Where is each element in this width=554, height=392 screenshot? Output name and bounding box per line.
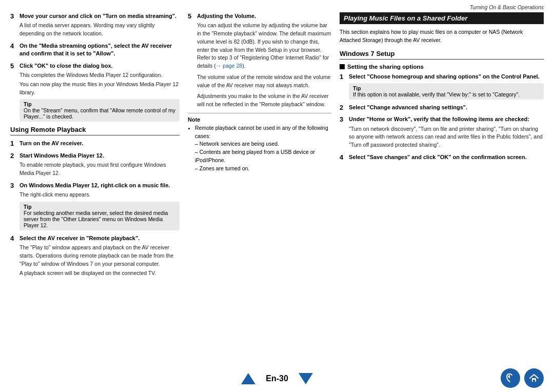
step-4-block: 4 On the "Media streaming options", sele… [10, 42, 180, 58]
page-link: → page 28 [216, 63, 242, 69]
svg-rect-2 [533, 380, 535, 382]
step-3-number: 3 [10, 12, 16, 20]
remote-step-3-body: The right-click menu appears. [10, 191, 180, 199]
tip-2-box: Tip For selecting another media server, … [19, 202, 180, 230]
mid-step-5-body1: You can adjust the volume by adjusting t… [197, 22, 331, 69]
left-column: 3 Move your cursor and click on "Turn on… [10, 12, 180, 363]
note-item-0: Remote playback cannot be used in any of… [195, 124, 331, 141]
note-item-3: – Zones are turned on. [195, 165, 331, 173]
remote-step-4-body1: The "Play to" window appears and playbac… [19, 244, 180, 268]
middle-column: 5 Adjusting the Volume. You can adjust t… [188, 12, 331, 363]
right-step-1-title: Select "Choose homegroup and sharing opt… [349, 73, 540, 81]
step-4-number: 4 [10, 42, 16, 58]
next-page-button[interactable] [299, 373, 313, 384]
using-remote-section-title: Using Remote Playback [10, 126, 180, 135]
mid-step-5-block: 5 Adjusting the Volume. You can adjust t… [188, 12, 331, 109]
right-step-2-title: Select "Change advanced sharing settings… [349, 104, 467, 111]
note-item-1: – Network services are being used. [195, 140, 331, 148]
right-step-3-number: 3 [340, 115, 346, 123]
right-step-2-block: 2 Select "Change advanced sharing settin… [340, 104, 544, 111]
tip-1-box: Tip On the "Stream" menu, confirm that "… [19, 99, 180, 122]
note-items: Remote playback cannot be used in any of… [188, 124, 331, 173]
mid-step-5-body2: ). [242, 63, 245, 69]
back-button[interactable] [501, 368, 520, 388]
remote-step-2-block: 2 Start Windows Media Player 12. To enab… [10, 152, 180, 178]
prev-page-button[interactable] [241, 373, 255, 384]
step-4-title: On the "Media streaming options", select… [19, 42, 180, 58]
remote-step-1-number: 1 [10, 140, 16, 147]
right-step-1-block: 1 Select "Choose homegroup and sharing o… [340, 73, 544, 100]
right-step-1-number: 1 [340, 73, 346, 81]
right-step-4-title: Select "Save changes" and click "OK" on … [349, 153, 527, 161]
remote-step-2-title: Start Windows Media Player 12. [19, 152, 104, 160]
page-footer: En-30 [0, 365, 554, 392]
remote-step-1-block: 1 Turn on the AV receiver. [10, 140, 180, 147]
right-step-2-number: 2 [340, 104, 346, 111]
remote-step-1-title: Turn on the AV receiver. [19, 140, 84, 147]
remote-step-3-title: On Windows Media Player 12, right-click … [19, 182, 170, 189]
tip-1-label: Tip [24, 101, 32, 107]
mid-step-5-number: 5 [188, 12, 194, 20]
tip-1-body: On the "Stream" menu, confirm that "Allo… [24, 107, 175, 120]
step-5-number: 5 [10, 62, 16, 70]
right-tip-1-box: Tip If this option is not available, ver… [349, 83, 544, 100]
sharing-options-subsection: Setting the sharing options [340, 64, 544, 70]
step-3-title: Move your cursor and click on "Turn on m… [19, 12, 176, 20]
step-3-body: A list of media server appears. Wording … [10, 22, 180, 38]
sharing-options-label: Setting the sharing options [347, 64, 424, 70]
step-5-body2: You can now play the music files in your… [19, 81, 180, 97]
right-tip-1-body: If this option is not available, verify … [353, 91, 540, 97]
footer-right-icons [501, 368, 544, 388]
right-column: Playing Music Files on a Shared Folder T… [340, 12, 544, 363]
svg-marker-0 [508, 375, 510, 379]
page-header: Turning On & Basic Operations [0, 0, 554, 12]
right-tip-1-label: Tip [353, 85, 361, 91]
mid-step-5-body3: The volume value of the remote window an… [197, 73, 331, 90]
remote-step-4-title: Select the AV receiver in "Remote playba… [19, 234, 140, 242]
remote-step-2-body: To enable remote playback, you must firs… [10, 161, 180, 178]
step-3-block: 3 Move your cursor and click on "Turn on… [10, 12, 180, 38]
remote-step-2-number: 2 [10, 152, 16, 160]
right-step-4-block: 4 Select "Save changes" and click "OK" o… [340, 153, 544, 161]
remote-step-4-body2: A playback screen will be displayed on t… [19, 269, 180, 278]
note-item-2: – Contents are being played from a USB d… [195, 148, 331, 165]
main-section-title: Playing Music Files on a Shared Folder [340, 12, 544, 24]
right-step-3-block: 3 Under "Home or Work", verify that the … [340, 115, 544, 149]
page-label: En-30 [266, 374, 288, 383]
remote-step-3-block: 3 On Windows Media Player 12, right-clic… [10, 182, 180, 230]
mid-step-5-title: Adjusting the Volume. [197, 12, 256, 20]
right-step-3-title: Under "Home or Work", verify that the fo… [349, 115, 529, 123]
home-button[interactable] [524, 368, 544, 388]
remote-step-4-block: 4 Select the AV receiver in "Remote play… [10, 234, 180, 278]
remote-step-3-number: 3 [10, 182, 16, 189]
right-intro: This section explains how to play music … [340, 28, 544, 45]
black-square-icon [340, 64, 345, 69]
step-5-title: Click "OK" to close the dialog box. [19, 62, 113, 70]
right-step-3-body: "Turn on network discovery", "Turn on fi… [340, 125, 544, 149]
remote-step-4-number: 4 [10, 234, 16, 242]
tip-2-label: Tip [24, 204, 32, 210]
windows-setup-title: Windows 7 Setup [340, 50, 544, 60]
mid-step-5-body4: Adjustments you make to the volume in th… [197, 92, 331, 109]
step-5-block: 5 Click "OK" to close the dialog box. Th… [10, 62, 180, 122]
step-5-body1: This completes the Windows Media Player … [19, 71, 180, 80]
right-step-4-number: 4 [340, 153, 346, 161]
footer-nav: En-30 [241, 373, 313, 384]
note-box: Note Remote playback cannot be used in a… [188, 113, 331, 175]
tip-2-body: For selecting another media server, sele… [24, 210, 175, 228]
mid-step-5-body: You can adjust the volume by adjusting t… [188, 22, 331, 109]
note-label: Note [188, 116, 331, 123]
